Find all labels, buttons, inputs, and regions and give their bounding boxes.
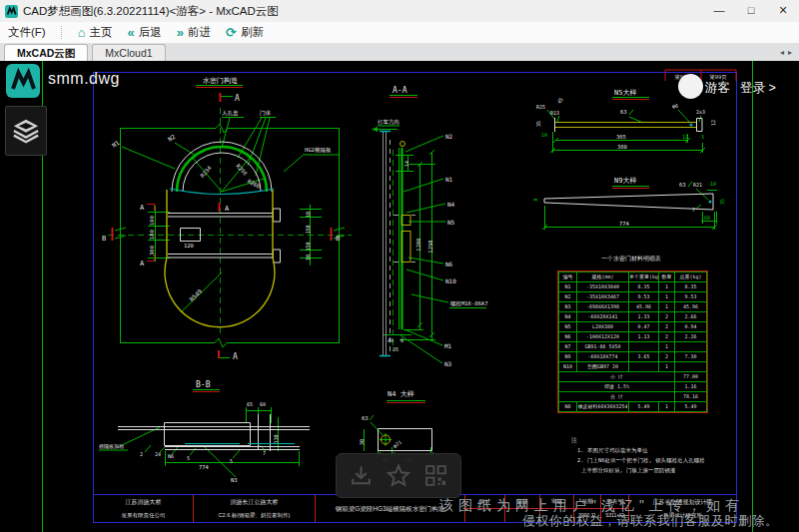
layers-button[interactable]	[5, 106, 47, 156]
minimize-button[interactable]: —	[703, 0, 735, 22]
section-aa: A-A 行车方向 N2 N1 N4 N5 N6 N10 螺栓M16-86A7 M…	[372, 86, 488, 367]
aa-dim-8: 8	[400, 337, 403, 343]
bb-dim-7: 7	[263, 450, 266, 456]
aa-label-direction: 行车方向	[378, 119, 400, 126]
qrcode-icon[interactable]	[423, 463, 448, 488]
layers-icon	[12, 118, 40, 144]
n4-dim-phi21: φ21	[392, 439, 402, 450]
home-icon: ⌂	[78, 26, 86, 39]
label-n1: N1	[111, 139, 121, 149]
n4-weld-63: 63	[362, 415, 369, 421]
tab-scroll-right-icon[interactable]: ▸	[786, 48, 794, 57]
forward-button[interactable]: »前进	[177, 25, 211, 40]
n9-weld-63: 63	[679, 182, 686, 188]
dim-r234: R234	[199, 164, 213, 179]
table-weld-row: 焊缝 1.5%1.16	[559, 382, 707, 392]
drawing-filename: smm.dwg	[48, 70, 120, 88]
n5-dim-3: 3	[701, 134, 704, 140]
window-title: CAD梦想画图(6.3.20221114)<游客> - MxCAD云图	[23, 4, 279, 19]
notes-title: 注	[571, 436, 577, 445]
n5-title: N5大样	[614, 89, 636, 97]
aa-arrowhead	[372, 127, 378, 132]
bb-label-n3: N3	[231, 477, 238, 483]
download-icon[interactable]	[349, 463, 374, 488]
mxcad-logo[interactable]	[6, 64, 40, 102]
n5-dim-45: 45	[556, 96, 564, 104]
n9-dim-r21: R21	[693, 182, 702, 188]
section-bb: B-B 横隔板加劲 2 24 N6 5 5 N3 774 65 60 110 7	[99, 380, 310, 483]
marker-a3: A	[225, 205, 230, 213]
refresh-button[interactable]: ⟳刷新	[226, 25, 264, 40]
bb-white-lines	[118, 414, 310, 451]
tab-mxcad-cloud[interactable]: MxCAD云图	[4, 44, 88, 61]
table-row: N3-698X6X139845.96145.96	[559, 302, 707, 312]
bb-title: B-B	[196, 380, 211, 389]
table-row: N9-60X10X7743.6527.30	[559, 352, 707, 362]
aa-cyan-caps	[380, 132, 391, 356]
n9-dim-774: 774	[619, 221, 630, 227]
aa-label-n1: N1	[445, 176, 453, 183]
maximize-button[interactable]: □	[735, 0, 767, 22]
bb-label-stiffener: 横隔板加劲	[99, 443, 124, 450]
n4-dim-30r: 30	[359, 439, 365, 445]
window-titlebar: CAD梦想画图(6.3.20221114)<游客> - MxCAD云图 — □ …	[0, 0, 799, 22]
aa-title: A-A	[393, 86, 407, 95]
n5-bar-yellow	[555, 123, 696, 128]
file-menu[interactable]: 文件(F)	[8, 25, 46, 40]
dim-150b: 150	[305, 242, 311, 251]
bb-dim-65: 65	[247, 401, 253, 407]
n9-dim-35: 35	[719, 199, 725, 205]
n5-dim-12r: 12	[710, 120, 716, 126]
home-button[interactable]: ⌂主页	[78, 25, 113, 40]
aa-dim-14: 14	[403, 161, 409, 167]
login-link[interactable]: 登录 >	[740, 80, 776, 97]
bb-dim-110: 110	[273, 434, 279, 443]
aa-label-m1: M1	[444, 342, 452, 349]
table-subtotal-row: 小 计77.00	[559, 372, 707, 382]
username-label: 游客	[705, 80, 730, 97]
mxcad-logo-icon	[6, 64, 40, 98]
viewer-toolbar	[336, 453, 461, 498]
n5-dim-365: 365	[616, 134, 626, 140]
marker-a-bottom: A	[233, 352, 238, 361]
table-row: N4-60X20X1411.3322.66	[559, 312, 707, 322]
dim-300: 300	[149, 246, 155, 256]
n9-dim-8: 8	[532, 198, 538, 201]
tab-scroll-left-icon[interactable]: ◂	[778, 48, 786, 57]
back-icon: «	[128, 26, 135, 39]
dim-120: 120	[184, 243, 194, 249]
star-icon[interactable]	[386, 463, 411, 489]
back-button[interactable]: «后退	[128, 25, 162, 40]
n9-dim-60: 60	[704, 215, 710, 221]
bb-dim-5b: 5	[230, 458, 233, 464]
n9-title: N9大样	[614, 177, 636, 185]
close-button[interactable]: ✕	[767, 0, 799, 22]
n5-weld-63: 63	[620, 109, 627, 115]
table-header-row: 编号规格(mm)单个重量(kg)数量总重(kg)	[559, 272, 707, 282]
tab-mxcloud1[interactable]: MxCloud1	[92, 44, 165, 61]
aa-label-n10: N10	[445, 277, 456, 284]
n5-dim-phi6: φ6	[672, 103, 678, 110]
aa-green-lines	[376, 96, 486, 364]
menubar: 文件(F) ⌂主页 «后退 »前进 ⟳刷新	[0, 22, 799, 44]
dim-180: 180	[149, 230, 155, 240]
n5-dim-12: 12	[682, 134, 688, 140]
table-total-row: 合 计78.16	[559, 392, 707, 402]
table-row: N2-35X10X34679.5319.53	[559, 292, 707, 302]
aa-dim-1280: 1280	[415, 238, 421, 251]
n5-weld-dot	[690, 124, 693, 127]
table-row: N7GB91-86 5X501	[559, 342, 707, 352]
avatar[interactable]	[678, 74, 703, 99]
table-row: N1-35X10X30408.3518.35	[559, 282, 707, 292]
tabbar: MxCAD云图 MxCloud1 ◂▸	[0, 44, 799, 61]
n9-dim-7: 7	[692, 207, 695, 213]
bb-dim-60: 60	[260, 401, 266, 407]
aa-label-n4: N4	[447, 201, 455, 208]
n5-dim-10: 10	[541, 132, 547, 138]
note-line-3: 上半部分焊好后, 门板上涂一层防锈漆	[581, 467, 676, 474]
table-row: N8橡皮材料60X30X32545.4915.49	[559, 402, 707, 412]
bb-dim-774: 774	[199, 464, 210, 470]
aa-dim-1298: 1298	[427, 240, 433, 253]
main-title: 水密门构造	[203, 77, 238, 85]
table-row: N5L20X3800.4720.94	[559, 322, 707, 332]
